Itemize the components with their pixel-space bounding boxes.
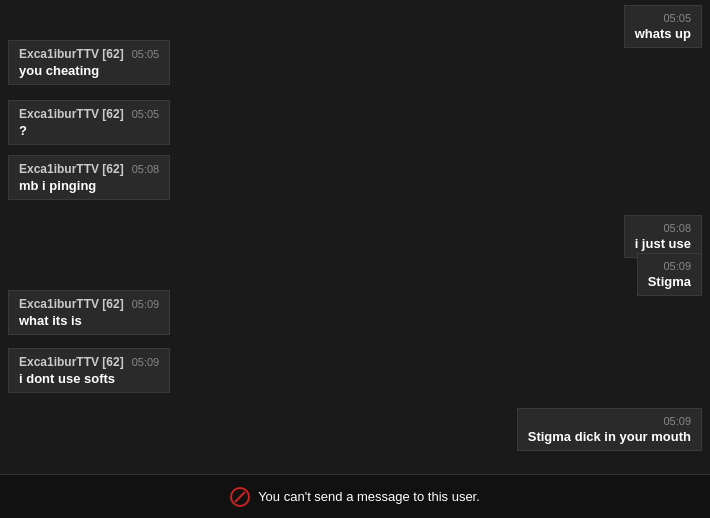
msg-time: 05:08 bbox=[663, 222, 691, 234]
msg-text: ? bbox=[19, 123, 159, 138]
messages-area: 05:05 whats up Exca1iburTTV [62] 05:05 y… bbox=[0, 0, 710, 518]
msg-text: i dont use softs bbox=[19, 371, 159, 386]
msg-text: Stigma dick in your mouth bbox=[528, 429, 691, 444]
msg-username: Exca1iburTTV [62] bbox=[19, 162, 124, 176]
msg-text: Stigma bbox=[648, 274, 691, 289]
msg-text: you cheating bbox=[19, 63, 159, 78]
msg-time: 05:05 bbox=[663, 12, 691, 24]
msg-time: 05:09 bbox=[663, 260, 691, 272]
msg-time: 05:09 bbox=[132, 298, 160, 310]
msg-time: 05:09 bbox=[132, 356, 160, 368]
msg-time: 05:05 bbox=[132, 48, 160, 60]
msg-text: whats up bbox=[635, 26, 691, 41]
message-you-cheating: Exca1iburTTV [62] 05:05 you cheating bbox=[8, 40, 170, 85]
msg-text: mb i pinging bbox=[19, 178, 159, 193]
blocked-text: You can't send a message to this user. bbox=[258, 489, 480, 504]
msg-username: Exca1iburTTV [62] bbox=[19, 47, 124, 61]
message-question: Exca1iburTTV [62] 05:05 ? bbox=[8, 100, 170, 145]
message-stigma: 05:09 Stigma bbox=[637, 253, 702, 296]
chat-container: 05:05 whats up Exca1iburTTV [62] 05:05 y… bbox=[0, 0, 710, 518]
msg-text: what its is bbox=[19, 313, 159, 328]
blocked-bar: You can't send a message to this user. bbox=[0, 474, 710, 518]
msg-text: i just use bbox=[635, 236, 691, 251]
blocked-icon bbox=[230, 487, 250, 507]
msg-username: Exca1iburTTV [62] bbox=[19, 107, 124, 121]
msg-time: 05:09 bbox=[663, 415, 691, 427]
message-stigma-dick: 05:09 Stigma dick in your mouth bbox=[517, 408, 702, 451]
msg-time: 05:05 bbox=[132, 108, 160, 120]
message-i-just-use: 05:08 i just use bbox=[624, 215, 702, 258]
msg-username: Exca1iburTTV [62] bbox=[19, 355, 124, 369]
msg-time: 05:08 bbox=[132, 163, 160, 175]
message-whats-up: 05:05 whats up bbox=[624, 5, 702, 48]
message-i-dont-use-softs: Exca1iburTTV [62] 05:09 i dont use softs bbox=[8, 348, 170, 393]
message-mb-i-pinging: Exca1iburTTV [62] 05:08 mb i pinging bbox=[8, 155, 170, 200]
message-what-its-is: Exca1iburTTV [62] 05:09 what its is bbox=[8, 290, 170, 335]
msg-username: Exca1iburTTV [62] bbox=[19, 297, 124, 311]
